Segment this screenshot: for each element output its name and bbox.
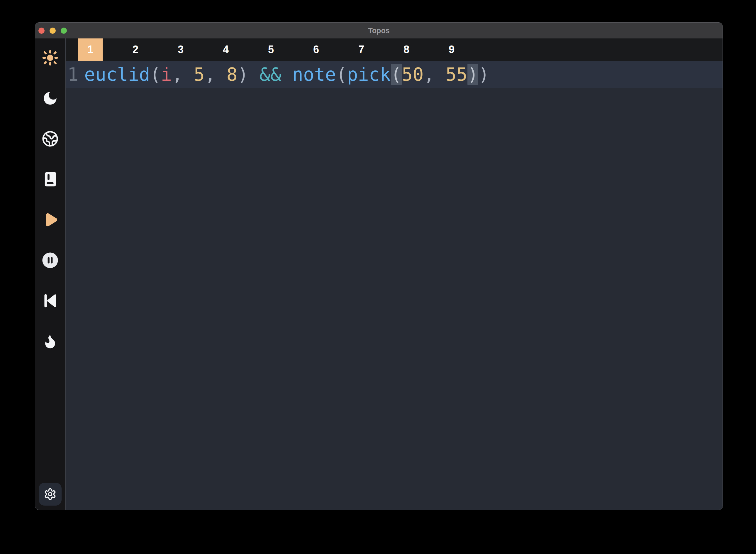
- zoom-button[interactable]: [61, 27, 67, 34]
- sidebar-flame-button[interactable]: [42, 333, 59, 350]
- close-button[interactable]: [39, 27, 45, 34]
- tab-8[interactable]: 8: [394, 39, 419, 61]
- flame-icon: [42, 333, 59, 350]
- code-token: &&: [248, 64, 292, 85]
- sidebar-pause-button[interactable]: [42, 252, 59, 269]
- settings-icon: [44, 488, 57, 501]
- book-icon: [42, 171, 59, 188]
- tab-4[interactable]: 4: [213, 39, 238, 61]
- code-token: ,: [424, 64, 446, 85]
- app-window: Topos 123456789 1 euclid(i, 5, 8) && not…: [35, 22, 723, 510]
- play-icon: [42, 211, 59, 228]
- code-token: ): [478, 64, 489, 85]
- code-token: (: [391, 64, 402, 85]
- traffic-lights: [35, 27, 67, 34]
- code-token: euclid: [84, 64, 150, 85]
- sun-icon: [42, 49, 59, 66]
- code-token: note: [292, 64, 336, 85]
- code-token: ): [467, 64, 478, 85]
- tab-9[interactable]: 9: [439, 39, 464, 61]
- tab-bar: 123456789: [66, 39, 722, 61]
- window-title: Topos: [35, 22, 722, 39]
- tab-6[interactable]: 6: [304, 39, 328, 61]
- sidebar-sun-button[interactable]: [42, 49, 59, 66]
- line-number: 1: [67, 64, 78, 85]
- code-line-1[interactable]: 1 euclid(i, 5, 8) && note(pick(50, 55)): [66, 61, 722, 88]
- code-token: 55: [445, 64, 467, 85]
- earth-icon: [42, 130, 59, 147]
- code-token: 50: [402, 64, 424, 85]
- main-area: 123456789 1 euclid(i, 5, 8) && note(pick…: [35, 39, 722, 510]
- code-token: (: [150, 64, 161, 85]
- code-editor[interactable]: 1 euclid(i, 5, 8) && note(pick(50, 55)): [66, 61, 722, 510]
- skip-back-icon: [42, 292, 59, 309]
- code-token: ,: [172, 64, 194, 85]
- sidebar-play-button[interactable]: [42, 211, 59, 228]
- sidebar-earth-button[interactable]: [42, 130, 59, 147]
- code-token: 8: [227, 64, 238, 85]
- tab-5[interactable]: 5: [259, 39, 283, 61]
- code-token: i: [161, 64, 172, 85]
- title-bar: Topos: [35, 22, 722, 39]
- tab-2[interactable]: 2: [123, 39, 148, 61]
- code-token: ,: [205, 64, 227, 85]
- code-token: pick: [347, 64, 391, 85]
- sidebar-moon-button[interactable]: [42, 90, 59, 107]
- tab-7[interactable]: 7: [349, 39, 374, 61]
- settings-button[interactable]: [39, 483, 62, 506]
- tab-1[interactable]: 1: [78, 39, 103, 61]
- sidebar: [35, 39, 66, 510]
- code-token: (: [336, 64, 347, 85]
- sidebar-book-button[interactable]: [42, 171, 59, 188]
- content-area: 123456789 1 euclid(i, 5, 8) && note(pick…: [66, 39, 722, 510]
- code-token: ): [238, 64, 248, 85]
- sidebar-skip-back-button[interactable]: [42, 292, 59, 309]
- minimize-button[interactable]: [50, 27, 56, 34]
- moon-icon: [42, 90, 59, 107]
- pause-icon: [42, 252, 59, 269]
- code-token: 5: [194, 64, 205, 85]
- tab-3[interactable]: 3: [168, 39, 193, 61]
